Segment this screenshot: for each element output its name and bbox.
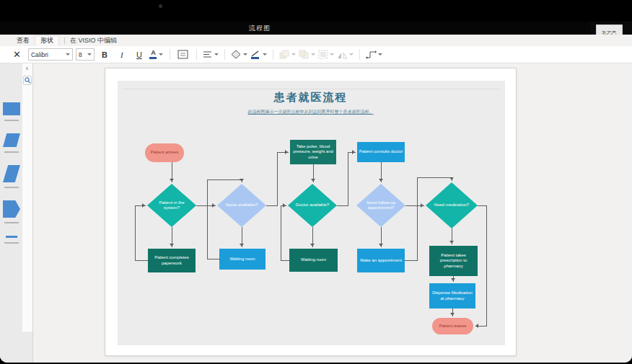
arrowhead-icon [170,244,174,247]
chevron-down-icon [378,53,382,56]
patient-in-the-system[interactable]: Patient in the system? [147,184,196,227]
chevron-down-icon [349,53,354,56]
nurse-available[interactable]: Nurse available? [217,184,266,227]
connector-segment[interactable] [135,205,136,261]
text-box-icon [177,50,188,59]
arrowhead-icon [450,313,455,316]
font-size-combo[interactable]: 8 [76,48,95,61]
connector-segment[interactable] [348,152,348,206]
connector-segment[interactable] [277,152,278,206]
parallelogram-shape-icon[interactable] [3,133,20,153]
bring-forward-icon [279,50,290,59]
shape-outline-button[interactable] [250,48,267,62]
arrowhead-icon [240,179,244,182]
bold-button[interactable]: B [97,48,112,62]
connector-segment[interactable] [281,260,290,261]
connector-segment[interactable] [266,205,278,206]
doctor-available[interactable]: Doctor available? [288,184,337,227]
arrowhead-icon [451,278,455,281]
search-shapes-button[interactable] [23,76,32,85]
toolbar-separator [196,49,197,60]
panel-right-strip: ‹ [22,63,32,332]
connector-segment[interactable] [135,260,149,261]
close-icon[interactable]: ✕ [9,48,25,62]
thumbnail-label [4,151,19,153]
line-color-icon [250,50,260,59]
send-backward-button[interactable] [299,48,315,62]
group-button[interactable] [318,48,334,62]
connector-segment[interactable] [281,205,281,261]
thumbnail-label [4,187,19,188]
take-pulse[interactable]: Take pulse, blood pressure, weight and u… [290,140,336,164]
patient-leaves[interactable]: Patient leaves [432,318,473,334]
connector-segment[interactable] [207,179,208,259]
connector-segment[interactable] [207,259,220,259]
font-color-icon: A [149,50,157,59]
arrowhead-icon [212,203,215,208]
connector-segment[interactable] [417,177,418,261]
make-an-appointment[interactable]: Make an appointment [357,249,405,272]
italic-button[interactable]: I [115,48,129,62]
shape-thumbnails [0,102,23,244]
formatting-toolbar: ✕ Calibri 8 B I U A [0,46,632,63]
connector-style-button[interactable] [366,48,382,62]
shape-fill-button[interactable] [231,48,247,62]
search-icon [25,77,31,84]
need-medication[interactable]: Need medication? [426,182,478,228]
arrowhead-icon [421,203,423,208]
tab-shapes[interactable]: 形状 [35,35,59,45]
chevron-down-icon [214,53,219,56]
content-area: ‹ 患者就医流程 此流程图展示一次就医过程中从到达到离开时整个患者就医流程。 P… [0,63,632,363]
tab-separator [64,37,65,44]
connector-shape-icon[interactable] [4,236,19,244]
toolbar-separator [359,49,360,60]
connector-segment[interactable] [486,205,487,327]
chevron-down-icon [87,53,92,56]
patient-consults-doctor[interactable]: Patient consults doctor [357,142,405,162]
device-bezel [0,0,632,22]
arrowhead-icon [379,244,383,247]
waiting-room-2[interactable]: Waiting room [289,249,338,272]
align-button[interactable] [203,48,219,62]
chevron-down-icon [291,53,296,56]
patient-completes-paperwork[interactable]: Patient completes paperwork [148,249,196,272]
send-backward-icon [299,50,310,59]
underline-button[interactable]: U [132,48,146,62]
chevron-down-icon [159,53,163,56]
rectangle-shape-icon[interactable] [3,102,20,121]
dispense-medication[interactable]: Dispense Medication at pharmacy [429,283,475,308]
trapezoid-shape-icon[interactable] [3,165,20,188]
document-title: 流程图 [224,24,296,33]
pentagon-shape-icon[interactable] [3,200,20,223]
chevron-down-icon [243,53,247,56]
connector-segment[interactable] [337,205,348,206]
need-follow-up-appointment[interactable]: Need follow-up appointment? [356,184,405,227]
font-size-value: 8 [79,51,82,58]
bring-forward-button[interactable] [279,48,296,62]
font-name-combo[interactable]: Calibri [28,48,73,61]
patient-arrives[interactable]: Patient arrives [145,143,184,162]
arrowhead-icon [311,179,315,182]
connector-segment[interactable] [405,260,418,261]
flowchart-layer: Patient arrivesTake pulse, blood pressur… [105,68,516,355]
waiting-room-1[interactable]: Waiting room [219,249,265,270]
edit-in-visio-link[interactable]: 在 VISIO 中编辑 [70,36,117,45]
toolbar-separator [170,49,170,60]
drawing-page[interactable]: 患者就医流程 此流程图展示一次就医过程中从到达到离开时整个患者就医流程。 Pat… [105,68,517,356]
arrowhead-icon [170,179,174,182]
collapse-panel-icon[interactable]: ‹ [23,65,31,73]
connector-segment[interactable] [207,179,242,180]
chevron-down-icon [263,53,267,56]
arrowhead-icon [449,177,454,180]
font-color-button[interactable]: A [149,48,164,62]
group-icon [318,50,328,59]
tab-view[interactable]: 查看 [12,35,35,45]
text-box-button[interactable] [176,48,190,62]
chevron-down-icon [330,53,334,56]
arrowhead-icon [285,150,288,154]
arrowhead-icon [142,203,145,208]
connector-segment[interactable] [417,177,452,178]
flip-rotate-button[interactable] [337,48,354,62]
chevron-down-icon [311,53,315,56]
patient-takes-prescription[interactable]: Patient takes prescription to pharmacy [429,246,478,276]
